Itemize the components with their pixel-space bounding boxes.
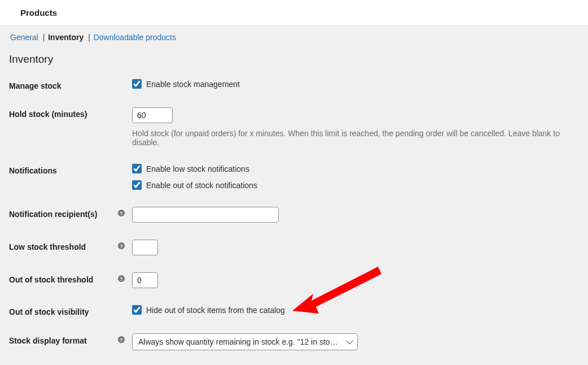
label-recipients: Notification recipient(s)	[9, 210, 97, 219]
label-manage-stock: Manage stock	[9, 81, 62, 90]
subnav-general[interactable]: General	[10, 33, 38, 42]
row-notifications: Notifications Enable low stock notificat…	[9, 164, 579, 190]
row-manage-stock: Manage stock Enable stock management	[9, 79, 579, 90]
label-out-visibility: Out of stock visibility	[9, 307, 89, 316]
section-heading: Inventory	[9, 53, 579, 66]
label-hold-stock: Hold stock (minutes)	[9, 110, 87, 119]
stock-display-select-wrap: Always show quantity remaining in stock …	[132, 333, 358, 350]
row-hold-stock: Hold stock (minutes) Hold stock (for unp…	[9, 107, 579, 147]
svg-text:?: ?	[120, 243, 123, 249]
subnav-downloadable[interactable]: Downloadable products	[94, 33, 176, 42]
out-stock-notify-checkbox[interactable]	[132, 180, 142, 190]
svg-text:?: ?	[120, 337, 123, 343]
settings-form: Inventory Manage stock Enable stock mana…	[0, 45, 588, 365]
label-low-threshold: Low stock threshold	[9, 242, 86, 251]
out-visibility-checkbox-label[interactable]: Hide out of stock items from the catalog	[132, 305, 579, 315]
out-visibility-text: Hide out of stock items from the catalog	[146, 306, 285, 315]
subnav: General | Inventory | Downloadable produ…	[0, 26, 588, 45]
out-stock-notify-text: Enable out of stock notifications	[146, 181, 257, 190]
help-icon[interactable]: ?	[117, 336, 125, 345]
low-threshold-input[interactable]	[132, 240, 158, 255]
manage-stock-text: Enable stock management	[146, 80, 240, 89]
page-title: Products	[20, 8, 568, 18]
out-threshold-input[interactable]	[132, 272, 158, 288]
out-visibility-checkbox[interactable]	[132, 305, 142, 315]
subnav-separator: |	[88, 33, 90, 42]
subnav-separator: |	[43, 33, 45, 42]
manage-stock-checkbox-label[interactable]: Enable stock management	[132, 79, 579, 89]
low-stock-notify-checkbox[interactable]	[132, 164, 142, 173]
help-icon[interactable]: ?	[117, 209, 125, 219]
help-icon[interactable]: ?	[117, 242, 125, 251]
row-out-visibility: Out of stock visibility Hide out of stoc…	[9, 305, 579, 316]
hold-stock-description: Hold stock (for unpaid orders) for x min…	[132, 129, 579, 147]
recipients-input[interactable]	[132, 207, 279, 223]
help-icon[interactable]: ?	[117, 275, 125, 284]
row-recipients: Notification recipient(s) ?	[9, 207, 579, 223]
svg-text:?: ?	[120, 276, 123, 282]
stock-display-select[interactable]: Always show quantity remaining in stock …	[132, 333, 358, 350]
row-out-threshold: Out of stock threshold ?	[9, 272, 579, 288]
label-stock-display: Stock display format	[9, 336, 87, 345]
subnav-inventory[interactable]: Inventory	[48, 33, 84, 42]
manage-stock-checkbox[interactable]	[132, 79, 142, 89]
row-low-threshold: Low stock threshold ?	[9, 240, 579, 255]
svg-text:?: ?	[120, 210, 123, 216]
row-stock-display: Stock display format ? Always show quant…	[9, 333, 579, 350]
out-stock-notify-label[interactable]: Enable out of stock notifications	[132, 180, 579, 190]
low-stock-notify-text: Enable low stock notifications	[146, 164, 249, 173]
low-stock-notify-label[interactable]: Enable low stock notifications	[132, 164, 579, 173]
hold-stock-input[interactable]	[132, 107, 173, 123]
label-out-threshold: Out of stock threshold	[9, 275, 93, 284]
label-notifications: Notifications	[9, 166, 57, 175]
header: Products	[0, 0, 588, 26]
